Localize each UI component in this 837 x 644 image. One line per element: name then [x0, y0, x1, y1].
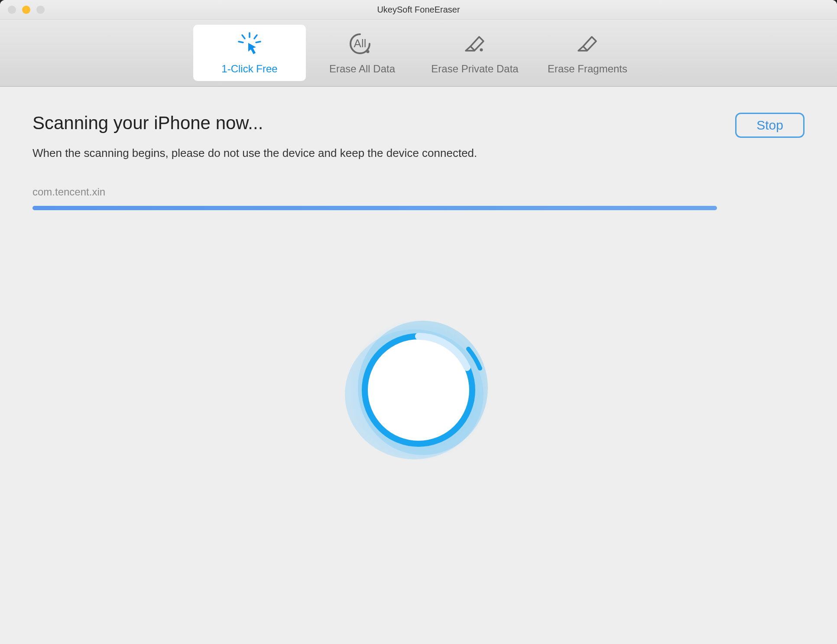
progress-fill — [32, 206, 717, 210]
tab-label: Erase All Data — [329, 63, 395, 75]
minimize-button[interactable] — [22, 6, 30, 14]
progress-bar — [32, 206, 717, 210]
erase-all-icon: All — [347, 31, 377, 57]
window-title: UkeySoft FoneEraser — [377, 5, 460, 15]
tab-erase-private-data[interactable]: Erase Private Data — [418, 25, 531, 81]
svg-line-2 — [254, 35, 257, 39]
page-heading: Scanning your iPhone now... — [32, 113, 477, 133]
tab-1-click-free[interactable]: 1-Click Free — [193, 25, 306, 81]
svg-line-4 — [256, 42, 260, 42]
header-row: Scanning your iPhone now... When the sca… — [32, 113, 805, 186]
erase-fragments-icon — [572, 31, 603, 57]
tab-label: Erase Private Data — [431, 63, 518, 75]
page-subheading: When the scanning begins, please do not … — [32, 146, 477, 160]
toolbar: 1-Click Free All Erase All Data Erase — [0, 20, 837, 87]
app-window: UkeySoft FoneEraser 1-Click Free — [0, 0, 837, 644]
click-free-icon — [234, 31, 265, 57]
svg-text:All: All — [354, 37, 367, 50]
titlebar: UkeySoft FoneEraser — [0, 0, 837, 20]
svg-line-3 — [239, 42, 243, 42]
tab-label: 1-Click Free — [221, 63, 277, 75]
stop-button[interactable]: Stop — [735, 113, 805, 138]
tab-label: Erase Fragments — [548, 63, 627, 75]
svg-line-1 — [242, 35, 245, 39]
svg-point-6 — [367, 50, 370, 53]
loading-spinner — [341, 312, 496, 468]
svg-point-8 — [480, 49, 483, 52]
content-area: Scanning your iPhone now... When the sca… — [0, 87, 837, 644]
current-scan-item: com.tencent.xin — [32, 186, 805, 198]
tab-erase-all-data[interactable]: All Erase All Data — [306, 25, 418, 81]
tab-erase-fragments[interactable]: Erase Fragments — [531, 25, 644, 81]
window-controls — [8, 6, 45, 14]
erase-private-icon — [460, 31, 490, 57]
maximize-button[interactable] — [36, 6, 45, 14]
close-button[interactable] — [8, 6, 16, 14]
